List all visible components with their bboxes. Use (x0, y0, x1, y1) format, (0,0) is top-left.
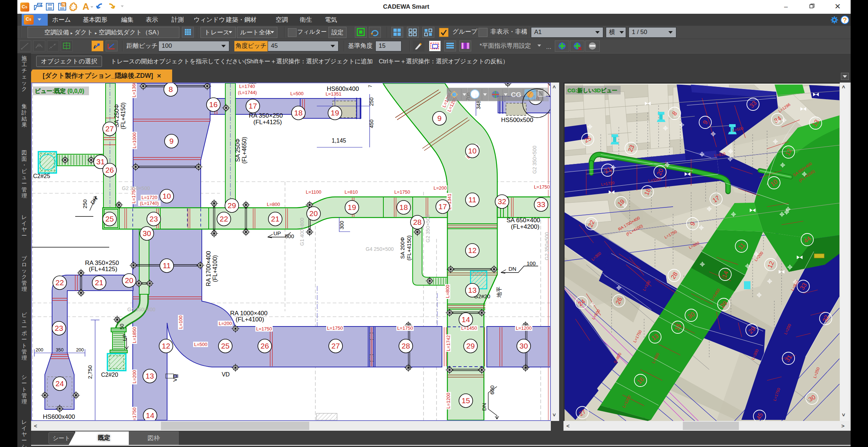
svg-text:RA 350×250: RA 350×250 (249, 112, 283, 119)
svg-text:27: 27 (105, 125, 114, 133)
svg-text:ビュー:既定 (0,0,0): ビュー:既定 (0,0,0) (35, 88, 84, 94)
svg-text:L=800: L=800 (267, 202, 280, 207)
svg-text:G1 400×800: G1 400×800 (299, 218, 305, 246)
svg-text:L=1100: L=1100 (306, 189, 322, 195)
svg-text:L=200: L=200 (434, 185, 447, 191)
svg-text:(L=1740): (L=1740) (140, 201, 159, 206)
svg-text:10: 10 (468, 147, 476, 155)
svg-text:32: 32 (498, 197, 506, 206)
svg-text:250: 250 (82, 199, 88, 208)
svg-text:G2 350×500: G2 350×500 (122, 185, 150, 191)
svg-text:9: 9 (437, 114, 442, 122)
svg-text:DN: DN (509, 266, 516, 272)
svg-text:G2 350×500: G2 350×500 (425, 214, 431, 243)
svg-text:CG:新しい3Dビュー: CG:新しい3Dビュー (567, 87, 617, 93)
svg-text:(FL+4125): (FL+4125) (254, 119, 282, 126)
svg-text:SA 200Φ: SA 200Φ (399, 237, 405, 259)
svg-text:33: 33 (537, 200, 545, 208)
svg-text:L=1360: L=1360 (131, 83, 137, 97)
svg-text:(FL+4650): (FL+4650) (241, 137, 247, 164)
svg-text:L=100: L=100 (178, 316, 183, 329)
svg-text:VD: VD (172, 374, 178, 381)
svg-text:350: 350 (56, 347, 64, 353)
svg-text:23: 23 (55, 324, 63, 332)
svg-text:(FL+4125): (FL+4125) (89, 266, 118, 273)
svg-text:L=1740: L=1740 (239, 84, 255, 89)
svg-text:13: 13 (468, 286, 476, 294)
svg-text:N: N (62, 3, 65, 7)
svg-text:VD: VD (222, 371, 230, 378)
svg-text:8: 8 (169, 85, 173, 93)
svg-text:17: 17 (248, 102, 257, 110)
svg-text:25: 25 (221, 342, 229, 350)
svg-text:19: 19 (348, 203, 356, 211)
svg-text:A: A (82, 2, 89, 12)
svg-text:450: 450 (369, 119, 374, 128)
svg-text:200: 200 (35, 347, 43, 353)
svg-text:26: 26 (260, 342, 269, 350)
svg-text:L=1850: L=1850 (132, 327, 137, 343)
svg-text:1,145: 1,145 (332, 138, 346, 144)
svg-text:26: 26 (105, 166, 114, 174)
svg-text:9: 9 (169, 137, 174, 145)
svg-text:300: 300 (339, 221, 345, 229)
svg-text:(FL+4100): (FL+4100) (236, 316, 264, 323)
svg-text:23: 23 (149, 215, 158, 223)
svg-text:13: 13 (145, 372, 154, 380)
svg-text:28: 28 (413, 218, 421, 226)
svg-text:L=200: L=200 (219, 321, 232, 326)
svg-text:(FL+4150): (FL+4150) (406, 235, 412, 261)
svg-text:12: 12 (468, 246, 476, 254)
svg-text:UP: UP (122, 334, 128, 341)
svg-text:19: 19 (331, 109, 339, 117)
svg-text:2,750: 2,750 (87, 365, 93, 379)
svg-text:CG: CG (511, 91, 522, 98)
svg-text:G2 350×500: G2 350×500 (544, 232, 550, 260)
svg-text:250: 250 (369, 97, 374, 106)
svg-text:(L=1744): (L=1744) (238, 90, 257, 95)
svg-text:14: 14 (461, 315, 470, 324)
svg-text:L=1200: L=1200 (446, 393, 451, 409)
svg-text:(FL+4100): (FL+4100) (212, 255, 218, 282)
svg-text:30: 30 (142, 229, 151, 237)
svg-text:C2#25: C2#25 (33, 173, 50, 179)
svg-text:G4 250×500: G4 250×500 (366, 246, 394, 252)
svg-text:C2#20: C2#20 (101, 372, 118, 378)
svg-text:L=800: L=800 (445, 285, 450, 298)
svg-text:RA 1700×400: RA 1700×400 (205, 251, 212, 286)
svg-text:L=1200: L=1200 (516, 325, 532, 331)
svg-text:29: 29 (227, 201, 236, 210)
svg-text:L=200: L=200 (132, 370, 137, 384)
svg-text:L=1750: L=1750 (397, 325, 413, 331)
svg-text:20: 20 (309, 209, 318, 218)
svg-text:16: 16 (209, 100, 217, 109)
svg-text:50: 50 (119, 324, 125, 329)
svg-text:21: 21 (271, 215, 279, 223)
svg-text:L=1750: L=1750 (256, 326, 272, 332)
svg-text:31: 31 (96, 157, 105, 166)
svg-text:24: 24 (55, 379, 64, 388)
svg-text:600: 600 (489, 385, 495, 395)
svg-text:30: 30 (519, 342, 528, 350)
svg-text:地平: 地平 (496, 287, 502, 298)
svg-text:HS600x400: HS600x400 (327, 85, 359, 92)
svg-text:SA 650×400: SA 650×400 (506, 217, 540, 224)
svg-text:UP: UP (273, 230, 281, 236)
svg-text:L=1750: L=1750 (327, 325, 343, 331)
svg-text:12: 12 (162, 342, 170, 350)
svg-text:18: 18 (294, 109, 302, 117)
svg-text:L=500: L=500 (194, 342, 208, 347)
svg-text:(FL+4200): (FL+4200) (511, 223, 540, 230)
svg-text:20: 20 (125, 276, 133, 284)
svg-text:14: 14 (146, 411, 154, 419)
svg-text:21: 21 (95, 278, 103, 287)
svg-text:15: 15 (461, 396, 470, 405)
svg-text:11: 11 (163, 261, 171, 270)
svg-text:L=1750: L=1750 (534, 184, 550, 190)
svg-text:17: 17 (438, 202, 447, 211)
svg-text:HS600x400: HS600x400 (43, 413, 75, 420)
svg-text:7: 7 (367, 85, 373, 87)
svg-text:200: 200 (76, 347, 84, 353)
svg-text:L=1742: L=1742 (446, 335, 451, 351)
svg-text:11: 11 (468, 195, 476, 204)
